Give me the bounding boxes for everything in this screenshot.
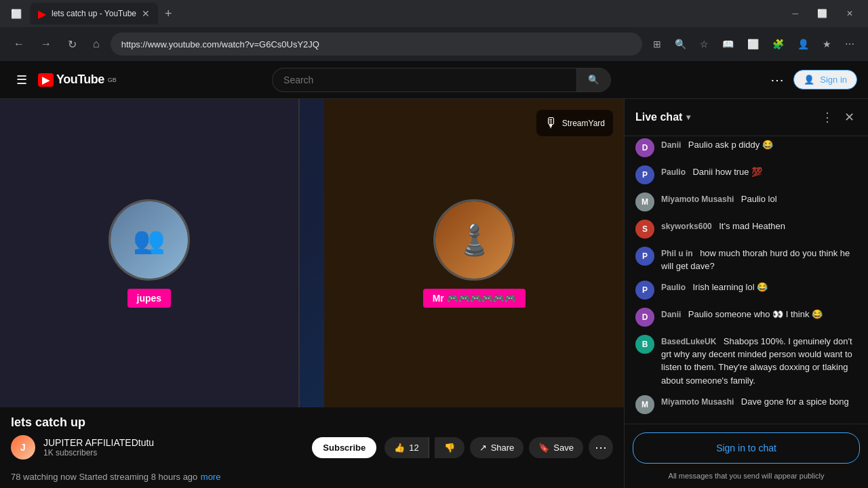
message-username: BasedLukeUK: [661, 337, 716, 346]
search-area: 🔍: [127, 68, 755, 92]
message-username: Miyamoto Musashi: [661, 397, 734, 407]
sign-in-label: Sign in: [820, 75, 847, 85]
video-area: 👥 jupes ♟️ Mr 🎮🎮🎮🎮🎮🎮 🎙 StreamYard lets: [0, 99, 624, 488]
reload-button[interactable]: ↻: [62, 34, 82, 55]
address-bar-row: ← → ↻ ⌂ ⊞ 🔍 ☆ 📖 ⬜ 🧩 👤 ★ ⋯: [0, 27, 868, 61]
avatar-chess-image: ♟️: [435, 201, 513, 279]
yt-country-badge: GB: [108, 77, 117, 83]
youtube-logo[interactable]: ▶ YouTube GB: [38, 73, 117, 87]
window-controls: ─ ⬜ ✕: [783, 0, 863, 27]
chat-title-area[interactable]: Live chat ▾: [635, 111, 690, 123]
chat-message: D Danii Paulio someone who 👀 I think 😂: [625, 304, 868, 331]
message-text: Irish learning lol 😂: [692, 282, 768, 292]
watch-info: 78 watching now Started streaming 8 hour…: [0, 468, 624, 488]
streamyard-logo: 🎙 StreamYard: [536, 110, 613, 136]
header-more-button[interactable]: ⋯: [766, 68, 788, 92]
message-text: Paulio ask p diddy 😂: [688, 140, 773, 150]
more-label[interactable]: more: [201, 472, 221, 482]
share-button[interactable]: ↗ Share: [470, 437, 524, 458]
active-tab[interactable]: ▶ lets catch up - YouTube ✕: [30, 3, 158, 24]
like-button[interactable]: 👍 12: [384, 437, 429, 458]
search-input[interactable]: [272, 68, 576, 92]
streamyard-label: StreamYard: [562, 119, 605, 128]
streamer-left-avatar: 👥: [108, 199, 190, 281]
browser-chrome: ⬜ ▶ lets catch up - YouTube ✕ + ─ ⬜ ✕ ← …: [0, 0, 868, 61]
chat-message: P Paulio Irish learning lol 😂: [625, 277, 868, 304]
save-label: Save: [553, 443, 574, 453]
message-username: Phil u in: [661, 249, 693, 258]
message-content: skyworks600 It's mad Heathen: [661, 220, 857, 232]
more-options-icon[interactable]: ⋯: [840, 35, 860, 54]
back-icon: ⬜: [11, 9, 22, 19]
subscribe-button[interactable]: Subscribe: [312, 437, 376, 458]
message-avatar: S: [635, 220, 654, 239]
video-info: lets catch up J JUPITER AFFILIATEDtutu 1…: [0, 407, 624, 468]
chat-message: D Danii Paulio ask p diddy 😂: [625, 136, 868, 161]
message-avatar: B: [635, 335, 654, 354]
favorites-icon[interactable]: ★: [817, 35, 837, 54]
share-icon: ↗: [479, 443, 487, 453]
like-count: 12: [409, 443, 418, 453]
bookmark-icon[interactable]: ☆: [694, 35, 714, 54]
video-player[interactable]: 👥 jupes ♟️ Mr 🎮🎮🎮🎮🎮🎮 🎙 StreamYard: [0, 99, 624, 407]
new-tab-button[interactable]: +: [161, 7, 176, 21]
forward-button[interactable]: →: [35, 34, 57, 54]
split-view-icon[interactable]: ⬜: [742, 35, 764, 54]
channel-avatar: J: [11, 435, 35, 460]
browser-extension-icon[interactable]: 🧩: [767, 35, 789, 54]
chat-close-icon[interactable]: ✕: [842, 107, 857, 127]
sign-in-chat-button[interactable]: Sign in to chat: [633, 432, 860, 464]
back-button[interactable]: ←: [8, 34, 30, 54]
live-chat-panel: Live chat ▾ ⋮ ✕ S skyworks600 you can he…: [624, 99, 868, 488]
minimize-button[interactable]: ─: [783, 0, 808, 27]
sign-in-button[interactable]: 👤 Sign in: [793, 70, 857, 89]
message-avatar: P: [635, 281, 654, 300]
message-username: skyworks600: [661, 222, 712, 231]
search-button[interactable]: 🔍: [576, 68, 611, 92]
streamer-right-avatar: ♟️: [433, 199, 515, 281]
more-link[interactable]: more: [201, 472, 221, 482]
close-window-button[interactable]: ✕: [837, 0, 863, 27]
chat-message: P Paulio Danii how true 💯: [625, 161, 868, 188]
channel-name[interactable]: JUPITER AFFILIATEDtutu: [43, 437, 304, 448]
close-tab-button[interactable]: ✕: [142, 8, 150, 19]
message-content: Phil u in how much thorah hurd do you th…: [661, 247, 857, 272]
chat-footer: Sign in to chat All messages that you se…: [625, 424, 868, 488]
youtube-header: ☰ ▶ YouTube GB 🔍 ⋯ 👤 Sign in: [0, 61, 868, 99]
message-avatar: D: [635, 138, 654, 157]
dislike-button[interactable]: 👎: [435, 437, 465, 458]
hamburger-menu[interactable]: ☰: [11, 67, 33, 93]
chat-message: S skyworks600 It's mad Heathen: [625, 216, 868, 243]
home-button[interactable]: ⌂: [87, 34, 105, 54]
message-avatar: M: [635, 192, 654, 211]
chat-header: Live chat ▾ ⋮ ✕: [625, 99, 868, 136]
streamer-left-name: jupes: [127, 289, 172, 308]
message-avatar: P: [635, 247, 654, 266]
address-bar[interactable]: [111, 33, 642, 56]
message-avatar: D: [635, 308, 654, 327]
chat-header-icons: ⋮ ✕: [818, 107, 857, 127]
channel-row: J JUPITER AFFILIATEDtutu 1K subscribers …: [11, 435, 613, 460]
chat-message: M Miyamoto Musashi Dave gone for a spice…: [625, 391, 868, 418]
extensions-icon[interactable]: ⊞: [648, 35, 667, 54]
header-right: ⋯ 👤 Sign in: [766, 68, 857, 92]
profile-icon[interactable]: 👤: [792, 35, 814, 54]
message-content: Paulio Danii how true 💯: [661, 165, 857, 178]
message-text: It's mad Heathen: [719, 221, 785, 231]
video-actions: 👍 12 👎 ↗ Share 🔖 Save ⋯: [384, 435, 613, 460]
chat-message: P Phil u in how much thorah hurd do you …: [625, 243, 868, 277]
more-actions-button[interactable]: ⋯: [589, 435, 613, 460]
chat-title: Live chat: [635, 111, 682, 123]
zoom-icon[interactable]: 🔍: [669, 35, 692, 54]
message-text: Paulio lol: [741, 194, 777, 204]
tab-left-icons: ⬜: [5, 9, 27, 19]
chat-more-icon[interactable]: ⋮: [818, 107, 836, 127]
message-avatar: M: [635, 395, 654, 414]
streamer-left: 👥 jupes: [0, 99, 300, 407]
streamyard-icon: 🎙: [545, 115, 558, 131]
save-button[interactable]: 🔖 Save: [529, 437, 583, 458]
maximize-button[interactable]: ⬜: [808, 0, 837, 27]
reading-view-icon[interactable]: 📖: [717, 35, 739, 54]
person-icon: 👤: [804, 75, 814, 85]
tab-yt-icon: ▶: [38, 7, 46, 20]
